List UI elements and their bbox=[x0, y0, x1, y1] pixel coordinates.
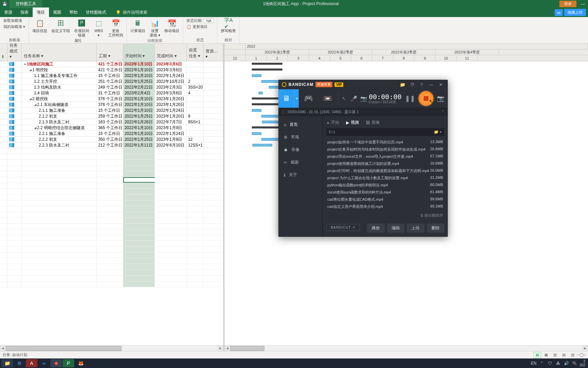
col-header-predecessors[interactable]: 前置 任务 ▾ bbox=[187, 44, 204, 61]
view-resource-sheet-icon[interactable]: ▤ bbox=[560, 352, 568, 358]
col-header-finish[interactable]: 完成时间 ▾ bbox=[155, 44, 186, 61]
task-sheet[interactable]: ℹ 任务模式 ▾ 任务名称 ▾ 工期 ▾ 开始时间 ▾ 完成时间 ▾ 前置 任务… bbox=[0, 44, 225, 351]
col-header-name[interactable]: 任务名称 ▾ bbox=[22, 44, 97, 61]
collapse-icon[interactable]: ⌃ bbox=[441, 110, 444, 114]
file-row[interactable]: cad自定义用户界面简单介绍.mp499.1MB bbox=[327, 203, 443, 210]
bandi-side-截图[interactable]: ✂截图 bbox=[278, 156, 322, 169]
menu-tab-资源[interactable]: 资源 bbox=[0, 7, 16, 17]
capture-info-bar[interactable]: ⬚ 1920x1080 - (0, 0), (1920, 1080) - 显示器… bbox=[278, 108, 448, 116]
custom-fields-button[interactable]: 田自定义字段 bbox=[50, 18, 71, 34]
view-gantt-icon[interactable]: ▤ bbox=[534, 352, 541, 358]
gantt-bar[interactable] bbox=[252, 126, 282, 128]
task-row[interactable]: 2.2.3 防水及二衬212 个工作日2022年1月11日2022年8月10日1… bbox=[0, 142, 223, 148]
calculate-project-button[interactable]: 🖩计算项目 bbox=[129, 18, 147, 34]
view-report-icon[interactable]: ▧ bbox=[569, 352, 576, 358]
task-row[interactable]: ◢2.2 明暗挖结合部北侧隧道365 个工作日2022年1月10日2023年1月… bbox=[0, 125, 223, 131]
tray-shield-icon[interactable]: 🛡 bbox=[547, 361, 553, 366]
taskbar-project-icon[interactable]: P bbox=[63, 359, 74, 367]
empty-row[interactable] bbox=[0, 241, 223, 247]
file-row[interactable]: python输出函数print的详细用法.mp480.0MB bbox=[327, 182, 443, 189]
bandi-tab-视频[interactable]: ▶视频 bbox=[346, 120, 359, 125]
col-header-duration[interactable]: 工期 ▾ bbox=[97, 44, 123, 61]
tray-network-icon[interactable]: 🖧 bbox=[555, 361, 561, 366]
task-row[interactable]: ▸1地铁区间施工421 个工作日2022年1月10日2023年3月6日 bbox=[0, 61, 223, 67]
task-row[interactable]: 1.1 施工准备及专项工作15 个工作日2022年1月10日2022年1月24日 bbox=[0, 73, 223, 79]
gantt-bar[interactable] bbox=[252, 103, 282, 105]
gantt-bar[interactable] bbox=[252, 63, 282, 65]
file-row[interactable]: project如何在一个项目中设置不同的日历.mp413.3MB bbox=[327, 139, 443, 146]
screenshot-button[interactable]: 📷 bbox=[437, 95, 444, 102]
empty-row[interactable] bbox=[0, 252, 223, 258]
file-row[interactable]: cad将位图矢量化成CAD格式.mp499.6MB bbox=[327, 196, 443, 203]
bandi-tab-图像[interactable]: 🖼图像 bbox=[366, 120, 380, 125]
taskbar-cloud-icon[interactable]: ∞ bbox=[38, 359, 50, 367]
bandi-side-首页[interactable]: ⌂首页 bbox=[278, 118, 322, 131]
empty-row[interactable] bbox=[0, 270, 223, 276]
bandi-action-播放[interactable]: 播放 bbox=[367, 224, 385, 233]
bandi-side-关于[interactable]: ℹ关于 bbox=[278, 169, 322, 181]
tray-chevron-icon[interactable]: ⌃ bbox=[539, 361, 545, 366]
zoom-slider[interactable]: ─◯─ bbox=[578, 352, 585, 358]
bandi-side-常规[interactable]: ⚙常规 bbox=[278, 131, 322, 143]
menu-tab-项目[interactable]: 项目 bbox=[33, 7, 49, 17]
mode-device-icon[interactable]: 📼 bbox=[318, 89, 337, 108]
toggle-mic-icon[interactable]: 🎤 bbox=[349, 89, 359, 108]
mode-screen-dropdown[interactable]: ▾ bbox=[294, 89, 299, 108]
window-minimize[interactable]: — bbox=[578, 2, 588, 6]
record-stop-button[interactable] bbox=[419, 91, 434, 106]
taskbar-firefox-icon[interactable]: 🦊 bbox=[75, 359, 86, 367]
view-task-usage-icon[interactable]: ▦ bbox=[542, 352, 550, 358]
empty-row[interactable] bbox=[0, 224, 223, 229]
empty-row[interactable] bbox=[0, 177, 223, 183]
bandicam-window[interactable]: BANDICAM 班迪录屏 VIP 📁 ⏱ ? — ✕ 🖥 ▾ 🎮 📼 ↖ 🎤 … bbox=[278, 80, 448, 237]
empty-row[interactable] bbox=[0, 195, 223, 200]
sheet-horizontal-scrollbar[interactable]: ◄ ► bbox=[0, 345, 223, 351]
windows-taskbar[interactable]: 📁 ⚙ A ∞ ⏺ P 🦊 EN ⌃ 🛡 🖧 🔊 🔌 2 202 bbox=[0, 358, 588, 368]
update-project-button[interactable]: 📋 更新项目 bbox=[185, 24, 215, 30]
contextual-tab-gantt[interactable]: 甘特图工具 bbox=[10, 0, 42, 8]
empty-row[interactable] bbox=[0, 154, 223, 160]
col-header-start[interactable]: 开始时间 ▾ bbox=[123, 44, 155, 61]
task-row[interactable]: 1.4 回填31 个工作日2023年2月4日2023年3月6日4 bbox=[0, 90, 223, 96]
empty-row[interactable] bbox=[0, 189, 223, 195]
file-row[interactable]: excel使用sum函数求和的8种方法.mp481.4MB bbox=[327, 189, 443, 196]
task-row[interactable]: ◢1 明挖段421 个工作日2022年1月10日2023年3月6日 bbox=[0, 67, 223, 73]
task-row[interactable]: 2.2.2 初支350 个工作日2022年1月25日2023年1月9日12 bbox=[0, 137, 223, 142]
menu-tab-报表[interactable]: 报表 bbox=[16, 7, 33, 17]
menu-tab-帮助[interactable]: 帮助 bbox=[65, 7, 82, 17]
status-date-row[interactable]: 状态日期: NA bbox=[185, 18, 215, 24]
file-row[interactable]: project 为什么工期会出现小数及工期的设置.mp431.2MB bbox=[327, 174, 443, 182]
bandicam-close[interactable]: ✕ bbox=[437, 82, 444, 87]
taskbar-bandicam-icon[interactable]: ⏺ bbox=[50, 359, 62, 367]
gantt-bar[interactable] bbox=[252, 74, 261, 77]
links-between-button[interactable]: 🅿在项目间 链接 bbox=[73, 18, 91, 38]
upload-button[interactable]: 拖拽上传 bbox=[564, 9, 586, 16]
gantt-bar[interactable] bbox=[262, 121, 280, 123]
task-row[interactable]: 2.1.2 初支259 个工作日2022年1月25日2023年1月20日8 bbox=[0, 113, 223, 119]
tray-power-icon[interactable]: 🔌 bbox=[571, 361, 577, 366]
bandi-action-上传[interactable]: 上传 bbox=[407, 224, 425, 233]
bandicam-folder-icon[interactable]: 📁 bbox=[399, 82, 406, 87]
selected-cell[interactable] bbox=[123, 177, 155, 183]
gantt-bar[interactable] bbox=[252, 68, 282, 71]
empty-row[interactable] bbox=[0, 264, 223, 270]
tray-clock[interactable]: 2 202 bbox=[579, 359, 585, 367]
bandicam-timer-icon[interactable]: ⏱ bbox=[408, 82, 416, 87]
tray-volume-icon[interactable]: 🔊 bbox=[563, 361, 569, 366]
gantt-bar[interactable] bbox=[252, 144, 272, 147]
empty-row[interactable] bbox=[0, 229, 223, 235]
file-row[interactable]: project打印时，给创建完成的横道图添加标题和下方说明.mp426.0MB bbox=[327, 167, 443, 174]
col-header-resources[interactable]: 资源… ▾ bbox=[203, 44, 223, 61]
empty-row[interactable] bbox=[0, 171, 223, 177]
cloud-icon[interactable]: ∞ bbox=[555, 9, 563, 16]
file-row[interactable]: project任务开始时间与结束时间如何实现软件自动生成.mp426.8MB bbox=[327, 146, 443, 153]
menu-tab-视图[interactable]: 视图 bbox=[49, 7, 65, 17]
empty-row[interactable] bbox=[0, 212, 223, 218]
sort-by-date[interactable]: ⇅ 按日期排序 bbox=[323, 210, 448, 221]
change-worktime-button[interactable]: 📅更改 工作时间 bbox=[107, 18, 125, 38]
gantt-horizontal-scrollbar[interactable]: ◄ ► bbox=[225, 345, 588, 351]
project-info-button[interactable]: 📋项目信息 bbox=[31, 18, 49, 34]
gantt-bar[interactable] bbox=[259, 92, 263, 94]
wbs-button[interactable]: ⬚WBS ▾ bbox=[92, 18, 105, 38]
empty-row[interactable] bbox=[0, 281, 223, 287]
